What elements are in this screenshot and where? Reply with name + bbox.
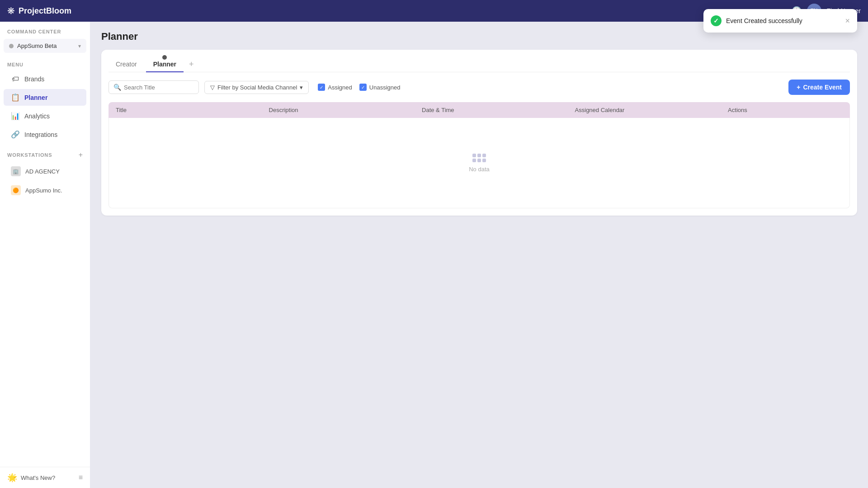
tab-active-indicator	[162, 55, 167, 60]
integrations-icon: 🔗	[11, 130, 20, 139]
sidebar-item-analytics[interactable]: 📊 Analytics	[4, 108, 86, 124]
tab-creator[interactable]: Creator	[108, 57, 144, 72]
search-box: 🔍	[108, 80, 199, 94]
sidebar: COMMAND CENTER AppSumo Beta ▾ MENU 🏷 Bra…	[0, 22, 90, 488]
create-event-label: Create Event	[803, 84, 842, 91]
sidebar-item-planner-label: Planner	[24, 94, 47, 101]
whats-new-icon: 🌟	[7, 473, 17, 483]
workspace-name: AppSumo Beta	[17, 42, 75, 49]
success-check-icon: ✓	[713, 17, 719, 24]
ad-agency-icon: 🏢	[11, 166, 21, 176]
sidebar-footer: 🌟 What's New? ≡	[0, 467, 90, 488]
workstation-ad-agency[interactable]: 🏢 AD AGENCY	[4, 163, 86, 180]
toast-message: Event Created successfully	[726, 17, 840, 24]
filter-btn-left: ▽ Filter by Social Media Channel	[210, 84, 297, 91]
workstations-label: WORKSTATIONS	[7, 152, 52, 158]
tab-planner-label: Planner	[153, 61, 176, 68]
tabs: Creator Planner +	[108, 57, 850, 72]
toast-notification: ✓ Event Created successfully ×	[703, 9, 857, 33]
appsumo-inc-icon: 🟠	[11, 185, 21, 195]
logo-icon: ❋	[7, 5, 15, 16]
no-data-icon	[472, 154, 486, 162]
assigned-checkbox[interactable]: ✓ Assigned	[318, 84, 352, 91]
toast-success-icon: ✓	[711, 15, 722, 26]
check-icon: ✓	[320, 85, 323, 90]
chevron-down-icon: ▾	[300, 84, 303, 91]
filter-checkboxes: ✓ Assigned ✓ Unassigned	[318, 84, 400, 91]
col-datetime: Date & Time	[422, 107, 575, 113]
unassigned-label: Unassigned	[369, 84, 401, 91]
sidebar-item-brands[interactable]: 🏷 Brands	[4, 71, 86, 87]
filter-icon: ▽	[210, 84, 215, 91]
dot-5	[477, 159, 481, 162]
unassigned-checkbox-input: ✓	[359, 84, 367, 91]
table-header: Title Description Date & Time Assigned C…	[108, 102, 850, 118]
create-event-icon: +	[797, 84, 800, 91]
toolbar: 🔍 ▽ Filter by Social Media Channel ▾ ✓	[108, 80, 850, 95]
dot-4	[472, 159, 476, 162]
no-data-text: No data	[469, 166, 490, 173]
check-icon: ✓	[361, 85, 365, 90]
workspace-dot-icon	[9, 44, 14, 48]
workstation-appsumo-inc-label: AppSumo Inc.	[25, 187, 62, 194]
command-center-label: COMMAND CENTER	[0, 22, 90, 37]
tab-creator-label: Creator	[116, 61, 137, 68]
assigned-label: Assigned	[328, 84, 352, 91]
sidebar-item-planner[interactable]: 📋 Planner	[4, 89, 86, 106]
filter-button[interactable]: ▽ Filter by Social Media Channel ▾	[204, 81, 309, 94]
workspace-selector[interactable]: AppSumo Beta ▾	[4, 39, 86, 53]
whats-new-text: What's New?	[21, 474, 75, 481]
workstation-ad-agency-label: AD AGENCY	[25, 168, 60, 175]
col-assigned-calendar: Assigned Calendar	[575, 107, 728, 113]
content-card: Creator Planner + 🔍 ▽ Filter by Socia	[101, 50, 857, 216]
brands-icon: 🏷	[11, 75, 20, 83]
workstations-header: WORKSTATIONS +	[0, 144, 90, 162]
tab-planner[interactable]: Planner	[146, 57, 184, 72]
toast-close-button[interactable]: ×	[845, 17, 850, 25]
add-workstation-button[interactable]: +	[79, 151, 83, 159]
add-tab-button[interactable]: +	[185, 58, 198, 71]
planner-icon: 📋	[11, 93, 20, 102]
col-title: Title	[116, 107, 269, 113]
main-content: Planner Creator Planner + 🔍	[90, 22, 868, 488]
sidebar-item-brands-label: Brands	[24, 75, 44, 83]
col-description: Description	[269, 107, 422, 113]
search-input[interactable]	[124, 84, 194, 91]
nav-brand: ❋ ProjectBloom	[7, 5, 71, 16]
layout: COMMAND CENTER AppSumo Beta ▾ MENU 🏷 Bra…	[0, 22, 868, 488]
filter-label: Filter by Social Media Channel	[217, 84, 297, 91]
dot-2	[477, 154, 481, 157]
dot-6	[482, 159, 486, 162]
menu-section-label: MENU	[0, 55, 90, 70]
workstation-appsumo-inc[interactable]: 🟠 AppSumo Inc.	[4, 182, 86, 199]
dot-3	[482, 154, 486, 157]
app-name: ProjectBloom	[19, 6, 71, 16]
chevron-down-icon: ▾	[78, 43, 81, 49]
sidebar-item-integrations[interactable]: 🔗 Integrations	[4, 126, 86, 143]
unassigned-checkbox[interactable]: ✓ Unassigned	[359, 84, 401, 91]
col-actions: Actions	[728, 107, 843, 113]
data-table: Title Description Date & Time Assigned C…	[108, 102, 850, 208]
search-icon: 🔍	[113, 84, 121, 91]
hamburger-icon[interactable]: ≡	[79, 474, 83, 482]
analytics-icon: 📊	[11, 112, 20, 120]
sidebar-item-integrations-label: Integrations	[24, 131, 57, 138]
sidebar-item-analytics-label: Analytics	[24, 113, 50, 120]
dot-1	[472, 154, 476, 157]
assigned-checkbox-input: ✓	[318, 84, 325, 91]
no-data-container: No data	[451, 136, 508, 191]
table-body: No data	[108, 118, 850, 208]
create-event-button[interactable]: + Create Event	[788, 80, 850, 95]
